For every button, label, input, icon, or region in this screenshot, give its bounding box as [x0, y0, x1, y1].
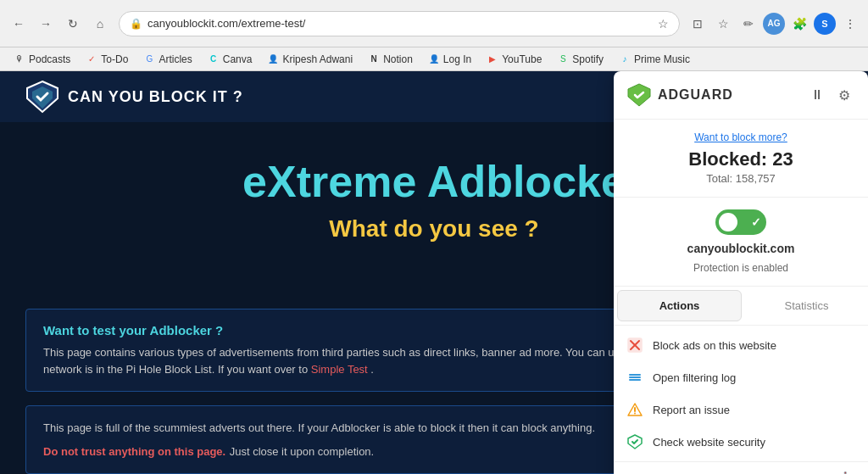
articles-icon: G — [143, 53, 155, 65]
tab-actions[interactable]: Actions — [617, 290, 742, 321]
footer-store-icons: 🤖 — [829, 471, 854, 474]
adguard-header: ADGUARD ⏸ ⚙ — [614, 71, 868, 120]
adguard-pause-button[interactable]: ⏸ — [807, 85, 827, 105]
blocked-count: Blocked: 23 — [627, 148, 854, 170]
bookmark-label: Articles — [159, 53, 192, 65]
bookmark-label: Notion — [383, 53, 413, 65]
adguard-name: ADGUARD — [658, 87, 733, 103]
bookmark-label: To-Do — [101, 53, 128, 65]
simple-test-link[interactable]: Simple Test — [311, 363, 368, 376]
website-security-icon — [627, 434, 643, 449]
edit-button[interactable]: ✏ — [737, 13, 760, 35]
bookmark-label: Prime Music — [634, 53, 690, 65]
bookmark-notion[interactable]: N Notion — [361, 52, 420, 67]
want-to-block-link[interactable]: Want to block more? — [627, 131, 854, 143]
address-bar[interactable]: 🔒 canyoublockit.com/extreme-test/ ☆ — [119, 11, 680, 36]
menu-button[interactable]: ⋮ — [839, 13, 861, 35]
total-count: Total: 158,757 — [627, 172, 854, 185]
content-box-2: This page is full of the scummiest adver… — [25, 405, 658, 474]
back-button[interactable]: ← — [7, 12, 31, 36]
lock-icon: 🔒 — [130, 18, 142, 30]
toggle-check-icon: ✓ — [751, 215, 761, 229]
adguard-popup: ADGUARD ⏸ ⚙ Want to block more? Blocked:… — [614, 71, 868, 474]
podcasts-icon: 🎙 — [14, 53, 25, 65]
nav-buttons: ← → ↻ ⌂ — [7, 12, 112, 36]
bookmark-todo[interactable]: ✓ To-Do — [79, 52, 135, 67]
tab-statistics[interactable]: Statistics — [745, 287, 868, 325]
star-icon: ☆ — [658, 17, 669, 31]
menu-item-block-ads[interactable]: Block ads on this website — [614, 329, 868, 361]
adguard-menu: Block ads on this website Open filtering… — [614, 326, 868, 461]
logo-shield-icon — [25, 80, 59, 114]
adguard-shield-icon — [627, 83, 651, 107]
menu-item-label: Report an issue — [653, 404, 730, 416]
reload-button[interactable]: ↻ — [61, 12, 85, 36]
toggle-knob — [719, 213, 737, 231]
main-area: CAN YOU BLOCK IT ? Home About Us Now eXt… — [0, 71, 868, 474]
protection-status: Protection is enabled — [693, 262, 788, 274]
bookmark-spotify[interactable]: S Spotify — [550, 52, 610, 67]
box2-text: This page is full of the scummiest adver… — [43, 420, 640, 437]
prime-icon: ♪ — [619, 53, 631, 65]
youtube-icon: ▶ — [487, 53, 498, 65]
menu-item-label: Check website security — [653, 436, 765, 449]
bookmark-label: Podcasts — [29, 53, 70, 65]
bookmark-canva[interactable]: C Canva — [201, 52, 259, 67]
box2-warning: Do not trust anything on this page. — [43, 445, 225, 458]
site-domain: canyoublockit.com — [687, 242, 795, 255]
forward-button[interactable]: → — [34, 12, 58, 36]
bookmark-podcasts[interactable]: 🎙 Podcasts — [7, 52, 77, 67]
home-button[interactable]: ⌂ — [88, 12, 112, 36]
bookmarks-bar: 🎙 Podcasts ✓ To-Do G Articles C Canva 👤 … — [0, 47, 868, 71]
browser-actions: ⊡ ☆ ✏ AG 🧩 S ⋮ — [687, 13, 861, 35]
kripesh-icon: 👤 — [267, 53, 279, 65]
adguard-toggle-section: ✓ canyoublockit.com Protection is enable… — [614, 198, 868, 287]
bookmark-label: YouTube — [502, 53, 542, 65]
bookmark-kripesh[interactable]: 👤 Kripesh Adwani — [260, 52, 359, 67]
protection-toggle[interactable]: ✓ — [715, 209, 766, 235]
adguard-settings-button[interactable]: ⚙ — [834, 85, 854, 105]
adguard-stats: Want to block more? Blocked: 23 Total: 1… — [614, 120, 868, 198]
box2-suffix: Just close it upon completion. — [230, 445, 375, 458]
bookmark-label: Kripesh Adwani — [282, 53, 353, 65]
extensions-button[interactable]: 🧩 — [788, 13, 810, 35]
bookmark-label: Canva — [223, 53, 253, 65]
url-text: canyoublockit.com/extreme-test/ — [147, 17, 653, 30]
box2-warning-row: Do not trust anything on this page. Just… — [43, 443, 640, 460]
profile-button[interactable]: S — [814, 13, 836, 35]
menu-item-filtering-log[interactable]: Open filtering log — [614, 361, 868, 393]
menu-item-label: Open filtering log — [653, 371, 736, 384]
menu-item-website-security[interactable]: Check website security — [614, 426, 868, 458]
bookmark-prime[interactable]: ♪ Prime Music — [612, 52, 697, 67]
bookmark-label: Spotify — [572, 53, 604, 65]
menu-item-label: Block ads on this website — [653, 339, 776, 352]
filtering-log-icon — [627, 370, 643, 385]
report-issue-icon — [627, 402, 643, 417]
browser-chrome: ← → ↻ ⌂ 🔒 canyoublockit.com/extreme-test… — [0, 0, 868, 47]
adguard-logo: ADGUARD — [627, 83, 798, 107]
notion-icon: N — [368, 53, 380, 65]
android-store-icon[interactable]: 🤖 — [836, 471, 854, 474]
adguard-controls: ⏸ ⚙ — [807, 85, 854, 105]
menu-item-report-issue[interactable]: Report an issue — [614, 393, 868, 426]
adguard-tabs: Actions Statistics — [614, 287, 868, 326]
todo-icon: ✓ — [86, 53, 97, 65]
bookmark-label: Log In — [443, 53, 471, 65]
cast-button[interactable]: ⊡ — [687, 13, 709, 35]
adguard-extension-button[interactable]: AG — [763, 13, 785, 35]
site-logo-text: CAN YOU BLOCK IT ? — [68, 88, 243, 106]
canva-icon: C — [208, 53, 220, 65]
block-ads-icon — [627, 337, 643, 353]
box1-suffix: . — [370, 363, 374, 376]
bookmark-login[interactable]: 👤 Log In — [421, 52, 478, 67]
spotify-icon: S — [557, 53, 569, 65]
site-logo: CAN YOU BLOCK IT ? — [25, 80, 243, 114]
login-icon: 👤 — [428, 53, 440, 65]
adguard-footer: Get AdGuard for your mobile 🤖 — [614, 461, 868, 474]
svg-point-11 — [634, 413, 636, 415]
bookmark-articles[interactable]: G Articles — [136, 52, 198, 67]
bookmark-youtube[interactable]: ▶ YouTube — [480, 52, 548, 67]
bookmark-button[interactable]: ☆ — [712, 13, 734, 35]
